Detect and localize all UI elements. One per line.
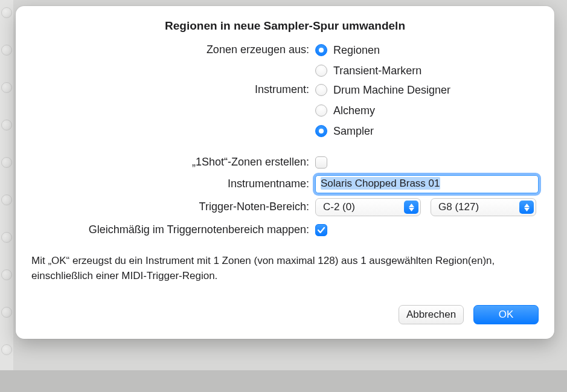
radio-sampler[interactable] [315, 125, 327, 137]
svg-marker-2 [524, 204, 530, 207]
instrument-name-value: Solaris Chopped Brass 01 [321, 177, 440, 190]
info-text: Mit „OK“ erzeugst du ein Instrument mit … [31, 254, 539, 283]
ok-button[interactable]: OK [473, 305, 539, 324]
row-map-evenly: Gleichmäßig im Triggernotenbereich mappe… [31, 221, 539, 239]
svg-marker-1 [409, 208, 414, 211]
label-trigger-range: Trigger-Noten-Bereich: [31, 198, 315, 213]
row-instrument: Instrument: Drum Machine Designer Alchem… [31, 81, 539, 140]
radio-item-transient-markers[interactable]: Transient-Markern [315, 62, 539, 80]
background-sidebar [0, 0, 13, 392]
svg-marker-3 [524, 208, 530, 211]
radio-label-alchemy: Alchemy [333, 104, 375, 117]
instrument-name-field[interactable]: Solaris Chopped Brass 01 [315, 175, 539, 193]
label-zones-from: Zonen erzeugen aus: [31, 41, 315, 56]
label-map-evenly: Gleichmäßig im Triggernotenbereich mappe… [31, 221, 315, 236]
row-one-shot: „1Shot“-Zonen erstellen: [31, 153, 539, 172]
svg-marker-0 [409, 204, 414, 207]
trigger-high-popup[interactable]: G8 (127) [431, 198, 536, 216]
dialog-form: Zonen erzeugen aus: Regionen Transient-M… [31, 41, 539, 324]
radio-label-regions: Regionen [333, 44, 380, 57]
cancel-button[interactable]: Abbrechen [399, 305, 464, 324]
radio-item-regions[interactable]: Regionen [315, 41, 539, 59]
checkbox-one-shot[interactable] [315, 156, 327, 169]
row-trigger-range: Trigger-Noten-Bereich: C-2 (0) G8 (127) [31, 198, 539, 216]
trigger-low-popup[interactable]: C-2 (0) [315, 198, 421, 216]
stepper-arrows-icon [404, 201, 418, 214]
stepper-arrows-icon [519, 201, 534, 214]
trigger-low-value: C-2 (0) [323, 201, 355, 213]
dialog-title: Regionen in neue Sampler-Spur umwandeln [31, 19, 539, 33]
row-zones-from: Zonen erzeugen aus: Regionen Transient-M… [31, 41, 539, 80]
background-bottom [0, 370, 567, 392]
radio-item-sampler[interactable]: Sampler [315, 122, 539, 140]
checkbox-map-evenly[interactable] [315, 224, 327, 236]
radio-label-drum-machine-designer: Drum Machine Designer [333, 84, 450, 97]
radio-label-transient-markers: Transient-Markern [333, 65, 421, 77]
ok-button-label: OK [499, 309, 514, 321]
radio-drum-machine-designer[interactable] [315, 84, 327, 96]
row-instrument-name: Instrumentname: Solaris Chopped Brass 01 [31, 175, 539, 193]
cancel-button-label: Abbrechen [406, 309, 456, 321]
radio-item-alchemy[interactable]: Alchemy [315, 101, 539, 120]
radio-regions[interactable] [315, 44, 327, 56]
trigger-high-value: G8 (127) [438, 201, 479, 213]
radio-alchemy[interactable] [315, 104, 327, 117]
label-one-shot: „1Shot“-Zonen erstellen: [31, 153, 315, 169]
label-instrument: Instrument: [31, 81, 315, 96]
radio-label-sampler: Sampler [333, 125, 374, 138]
convert-regions-dialog: Regionen in neue Sampler-Spur umwandeln … [16, 6, 554, 339]
radio-item-drum-machine-designer[interactable]: Drum Machine Designer [315, 81, 539, 99]
label-instrument-name: Instrumentname: [31, 175, 315, 190]
button-row: Abbrechen OK [31, 305, 539, 324]
radio-transient-markers[interactable] [315, 65, 327, 77]
